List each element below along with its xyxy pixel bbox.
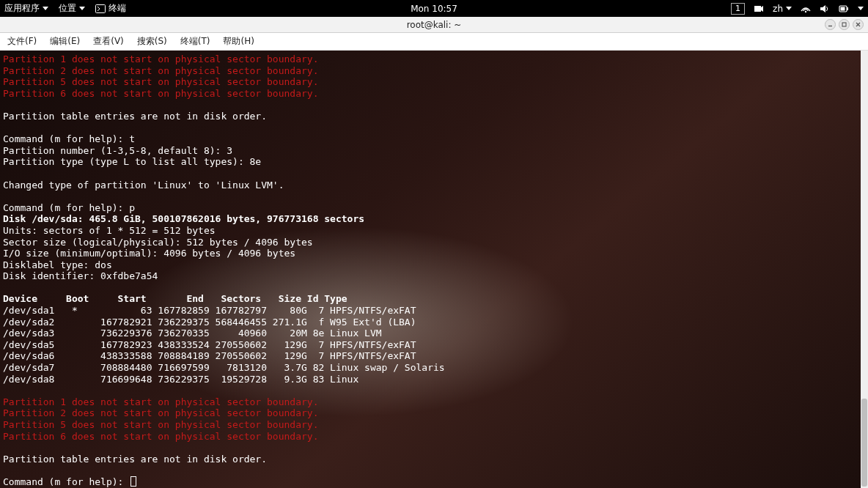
minimize-button[interactable]: [825, 19, 836, 30]
menu-file[interactable]: 文件(F): [4, 34, 40, 49]
svg-point-2: [805, 10, 806, 12]
workspace-number: 1: [735, 4, 740, 13]
menubar: 文件(F) 编辑(E) 查看(V) 搜索(S) 终端(T) 帮助(H): [0, 33, 868, 51]
input-method-label: zh: [773, 4, 783, 14]
menu-terminal[interactable]: 终端(T): [177, 34, 213, 49]
terminal-area[interactable]: Partition 1 does not start on physical s…: [0, 51, 868, 488]
network-icon[interactable]: [801, 4, 811, 13]
gnome-top-panel: 应用程序 位置 终端 Mon 10:57 1 zh: [0, 0, 868, 17]
clock-text: Mon 10:57: [411, 4, 457, 14]
input-method-menu[interactable]: zh: [773, 4, 792, 14]
chevron-down-icon: [43, 7, 48, 10]
workspace-indicator[interactable]: 1: [731, 3, 745, 15]
places-menu[interactable]: 位置: [59, 2, 85, 15]
svg-rect-4: [847, 7, 849, 10]
svg-rect-7: [842, 23, 846, 26]
svg-rect-5: [841, 7, 845, 10]
terminal-output[interactable]: Partition 1 does not start on physical s…: [0, 51, 868, 488]
system-menu-chevron-icon[interactable]: [858, 7, 864, 10]
volume-icon[interactable]: [820, 4, 830, 13]
battery-icon[interactable]: [839, 4, 849, 13]
close-button[interactable]: [853, 19, 864, 30]
terminal-icon: [95, 4, 106, 13]
applications-menu[interactable]: 应用程序: [4, 2, 48, 15]
terminal-launcher[interactable]: 终端: [95, 2, 126, 15]
chevron-down-icon: [786, 7, 792, 10]
svg-rect-1: [754, 6, 761, 12]
places-label: 位置: [59, 2, 76, 15]
chevron-down-icon: [79, 7, 85, 10]
menu-search[interactable]: 搜索(S): [134, 34, 170, 49]
window-titlebar: root@kali: ~: [0, 17, 868, 33]
scrollbar-thumb[interactable]: [861, 399, 867, 487]
menu-help[interactable]: 帮助(H): [220, 34, 257, 49]
terminal-scrollbar[interactable]: [861, 51, 868, 488]
svg-rect-0: [96, 4, 106, 12]
clock[interactable]: Mon 10:57: [411, 4, 457, 14]
terminal-launcher-label: 终端: [108, 2, 126, 15]
menu-edit[interactable]: 编辑(E): [47, 34, 83, 49]
recorder-icon[interactable]: [754, 4, 764, 13]
applications-label: 应用程序: [4, 2, 40, 15]
maximize-button[interactable]: [839, 19, 850, 30]
menu-view[interactable]: 查看(V): [90, 34, 127, 49]
window-title: root@kali: ~: [407, 20, 462, 30]
